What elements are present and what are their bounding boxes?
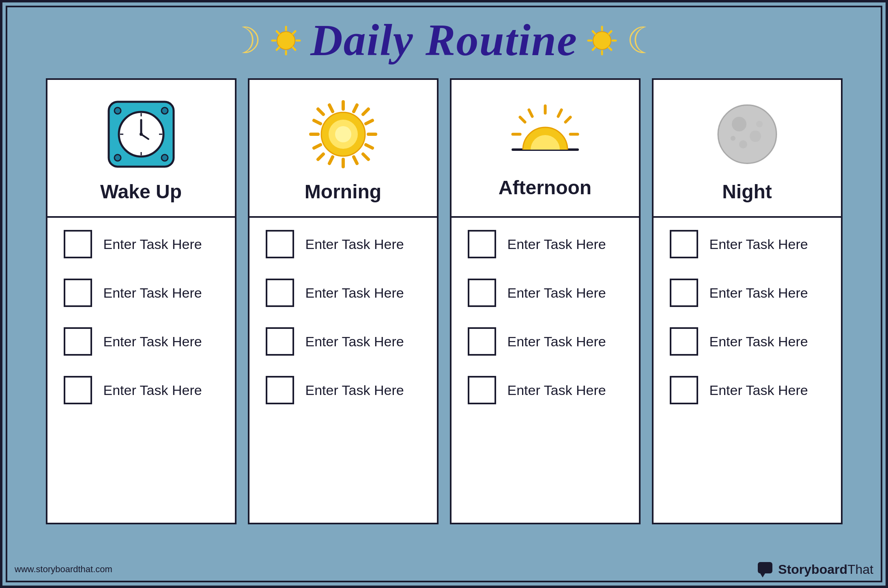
column-wake-up-header: Wake Up — [47, 80, 235, 218]
task-row: Enter Task Here — [64, 327, 219, 356]
column-wake-up: Wake Up Enter Task Here Enter Task Here … — [46, 78, 237, 524]
task-checkbox[interactable] — [64, 279, 92, 307]
footer-logo-text: StoryboardThat — [778, 562, 873, 577]
svg-marker-69 — [760, 573, 765, 577]
svg-point-22 — [161, 155, 168, 161]
task-row: Enter Task Here — [266, 279, 421, 307]
svg-point-60 — [531, 135, 560, 164]
task-label: Enter Task Here — [305, 334, 404, 350]
task-checkbox[interactable] — [266, 279, 294, 307]
right-sun-icon — [586, 24, 618, 57]
svg-line-17 — [593, 47, 595, 50]
clock-icon — [105, 98, 178, 172]
svg-line-42 — [366, 145, 372, 148]
task-checkbox[interactable] — [468, 327, 496, 356]
svg-point-64 — [739, 140, 747, 148]
svg-line-40 — [366, 120, 372, 124]
task-checkbox[interactable] — [266, 230, 294, 258]
footer-logo: StoryboardThat — [757, 561, 873, 577]
task-label: Enter Task Here — [305, 285, 404, 301]
svg-line-16 — [609, 31, 611, 34]
svg-point-21 — [114, 155, 121, 161]
svg-point-66 — [731, 136, 735, 141]
task-row: Enter Task Here — [64, 376, 219, 404]
task-checkbox[interactable] — [670, 230, 698, 258]
task-checkbox[interactable] — [266, 376, 294, 404]
task-label: Enter Task Here — [710, 285, 808, 301]
task-label: Enter Task Here — [103, 382, 202, 398]
sun-full-icon — [307, 98, 380, 172]
task-row: Enter Task Here — [266, 327, 421, 356]
column-afternoon-title: Afternoon — [499, 176, 591, 199]
column-morning: Morning Enter Task Here Enter Task Here … — [248, 78, 439, 524]
svg-line-37 — [363, 109, 368, 114]
task-label: Enter Task Here — [507, 285, 606, 301]
task-label: Enter Task Here — [507, 334, 606, 350]
task-checkbox[interactable] — [468, 279, 496, 307]
task-checkbox[interactable] — [670, 376, 698, 404]
task-row: Enter Task Here — [266, 230, 421, 258]
task-checkbox[interactable] — [468, 230, 496, 258]
task-row: Enter Task Here — [670, 376, 825, 404]
task-checkbox[interactable] — [64, 327, 92, 356]
svg-point-62 — [732, 117, 746, 131]
task-row: Enter Task Here — [670, 279, 825, 307]
task-row: Enter Task Here — [64, 230, 219, 258]
footer: www.storyboardthat.com StoryboardThat — [15, 561, 873, 577]
svg-line-52 — [520, 117, 525, 122]
footer-url: www.storyboardthat.com — [15, 564, 112, 575]
task-checkbox[interactable] — [670, 327, 698, 356]
task-checkbox[interactable] — [266, 327, 294, 356]
task-row: Enter Task Here — [64, 279, 219, 307]
task-checkbox[interactable] — [64, 230, 92, 258]
task-label: Enter Task Here — [103, 285, 202, 301]
task-label: Enter Task Here — [103, 334, 202, 350]
column-afternoon-tasks: Enter Task Here Enter Task Here Enter Ta… — [452, 218, 639, 523]
right-moon-icon: ☽ — [626, 22, 659, 59]
svg-line-57 — [558, 110, 561, 116]
column-wake-up-tasks: Enter Task Here Enter Task Here Enter Ta… — [47, 218, 235, 523]
header: ☽ Daily Routine ☽ — [2, 2, 886, 74]
svg-line-41 — [314, 145, 320, 148]
svg-line-38 — [318, 154, 323, 159]
task-label: Enter Task Here — [710, 382, 808, 398]
column-night-title: Night — [722, 180, 772, 203]
task-label: Enter Task Here — [507, 382, 606, 398]
svg-line-39 — [314, 120, 320, 124]
task-label: Enter Task Here — [103, 236, 202, 252]
svg-line-45 — [329, 157, 333, 163]
svg-point-19 — [114, 107, 121, 114]
left-sun-icon — [270, 24, 302, 57]
task-label: Enter Task Here — [710, 236, 808, 252]
svg-line-6 — [293, 47, 295, 50]
page-title: Daily Routine — [310, 15, 578, 66]
svg-line-36 — [363, 154, 368, 159]
column-morning-title: Morning — [305, 180, 381, 203]
task-label: Enter Task Here — [710, 334, 808, 350]
task-checkbox[interactable] — [468, 376, 496, 404]
left-moon-icon: ☽ — [229, 22, 262, 59]
svg-line-46 — [354, 157, 357, 163]
svg-line-7 — [293, 31, 295, 34]
column-afternoon-header: Afternoon — [452, 80, 639, 218]
svg-line-43 — [329, 105, 333, 112]
moon-full-icon — [711, 98, 784, 172]
task-checkbox[interactable] — [670, 279, 698, 307]
svg-line-56 — [529, 110, 532, 116]
column-night: Night Enter Task Here Enter Task Here En… — [652, 78, 843, 524]
svg-line-15 — [609, 47, 611, 50]
svg-line-14 — [593, 31, 595, 34]
column-night-header: Night — [654, 80, 841, 218]
svg-rect-68 — [758, 562, 772, 573]
task-row: Enter Task Here — [468, 327, 623, 356]
task-label: Enter Task Here — [305, 382, 404, 398]
task-label: Enter Task Here — [507, 236, 606, 252]
svg-point-63 — [750, 131, 761, 142]
svg-point-20 — [161, 107, 168, 114]
afternoon-sun-icon — [509, 102, 582, 168]
column-morning-tasks: Enter Task Here Enter Task Here Enter Ta… — [249, 218, 437, 523]
task-row: Enter Task Here — [670, 327, 825, 356]
column-afternoon: Afternoon Enter Task Here Enter Task Her… — [450, 78, 641, 524]
svg-line-8 — [277, 47, 279, 50]
task-checkbox[interactable] — [64, 376, 92, 404]
